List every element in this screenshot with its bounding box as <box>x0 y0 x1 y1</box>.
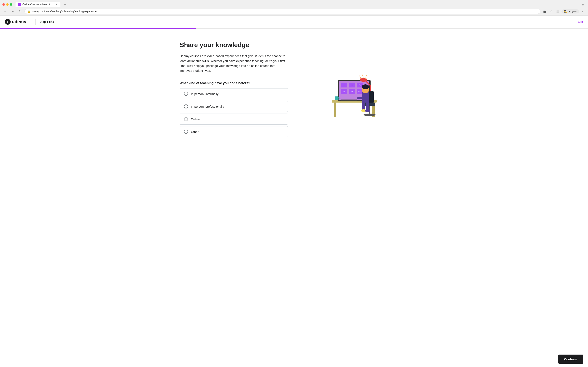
svg-line-25 <box>362 75 363 78</box>
svg-rect-28 <box>364 103 375 106</box>
svg-rect-3 <box>334 103 336 117</box>
svg-line-24 <box>359 76 361 79</box>
browser-chrome: U Online Courses – Learn Anyth… ✕ + ⊟ ← … <box>0 0 588 16</box>
incognito-label: Incognito <box>568 10 577 13</box>
radio-circle-in-person-informally <box>184 92 188 96</box>
header-divider <box>35 19 35 25</box>
content-left: Share your knowledge Udemy courses are v… <box>180 41 288 139</box>
new-tab-btn[interactable]: + <box>62 2 68 7</box>
option-in-person-professionally[interactable]: In person, professionally <box>180 101 288 112</box>
browser-actions: 📷 ☆ ⬜ 🕵 Incognito ⋮ <box>542 8 586 14</box>
svg-line-26 <box>365 75 366 79</box>
restore-btn[interactable]: ⊟ <box>580 2 586 7</box>
option-online[interactable]: Online <box>180 114 288 125</box>
url-text: udemy.com/home/teaching/onboarding/teach… <box>32 10 537 13</box>
forward-btn[interactable]: → <box>10 8 16 14</box>
page-header: u udemy Step 1 of 3 Exit <box>0 16 588 28</box>
extension-icon[interactable]: ⬜ <box>555 8 561 14</box>
reload-btn[interactable]: ↻ <box>17 8 23 14</box>
browser-menu-btn[interactable]: ⋮ <box>580 8 586 14</box>
svg-point-38 <box>365 109 370 112</box>
radio-circle-in-person-professionally <box>184 104 188 108</box>
tab-bar: U Online Courses – Learn Anyth… ✕ + ⊟ <box>0 0 588 7</box>
svg-text:✎: ✎ <box>359 84 361 86</box>
svg-text:C++: C++ <box>358 91 361 92</box>
radio-options: In person, informally In person, profess… <box>180 88 288 137</box>
address-bar[interactable]: 🔒 udemy.com/home/teaching/onboarding/tea… <box>25 9 540 14</box>
tab-title: Online Courses – Learn Anyth… <box>22 3 53 6</box>
close-window-btn[interactable] <box>2 3 5 6</box>
option-other[interactable]: Other <box>180 126 288 137</box>
browser-nav-bar: ← → ↻ 🔒 udemy.com/home/teaching/onboardi… <box>0 7 588 16</box>
progress-bar-fill <box>0 28 196 29</box>
camera-icon[interactable]: 📷 <box>542 8 548 14</box>
exit-button[interactable]: Exit <box>578 20 583 24</box>
svg-rect-39 <box>335 96 338 100</box>
option-in-person-informally[interactable]: In person, informally <box>180 88 288 99</box>
tab-favicon: U <box>18 3 21 6</box>
svg-text:◫: ◫ <box>343 91 345 92</box>
page-description: Udemy courses are video-based experience… <box>180 54 288 73</box>
continue-button[interactable]: Continue <box>558 355 583 364</box>
question-label: What kind of teaching have you done befo… <box>180 81 288 85</box>
content-right: + ☰ ✎ ◫ ⊞ C++ <box>300 41 408 139</box>
svg-rect-35 <box>362 102 365 110</box>
svg-text:u: u <box>7 21 8 23</box>
maximize-window-btn[interactable] <box>10 3 12 6</box>
illustration: + ☰ ✎ ◫ ⊞ C++ <box>326 59 383 120</box>
udemy-logo[interactable]: u udemy <box>5 19 26 25</box>
incognito-avatar: 🕵 <box>563 10 567 13</box>
traffic-lights <box>2 3 12 6</box>
svg-text:+: + <box>343 84 345 86</box>
minimize-window-btn[interactable] <box>6 3 9 6</box>
logo-icon: u <box>5 19 11 25</box>
radio-circle-online <box>184 117 188 121</box>
lock-icon: 🔒 <box>27 10 30 13</box>
option-label-in-person-professionally: In person, professionally <box>191 105 224 108</box>
svg-text:☰: ☰ <box>351 84 353 86</box>
option-label-in-person-informally: In person, informally <box>191 92 218 96</box>
page-title: Share your knowledge <box>180 41 288 49</box>
main-content: Share your knowledge Udemy courses are v… <box>172 29 416 151</box>
back-btn[interactable]: ← <box>2 8 8 14</box>
incognito-badge: 🕵 Incognito <box>562 9 579 13</box>
step-indicator: Step 1 of 3 <box>40 20 54 24</box>
svg-point-33 <box>362 84 369 89</box>
tab-close-btn[interactable]: ✕ <box>55 3 58 6</box>
svg-rect-36 <box>366 102 369 110</box>
option-label-other: Other <box>191 130 199 133</box>
svg-point-23 <box>360 78 367 82</box>
logo-text: udemy <box>12 19 26 25</box>
radio-circle-other <box>184 130 188 134</box>
page-footer: Continue <box>0 351 588 367</box>
svg-point-30 <box>363 114 376 116</box>
svg-text:⊞: ⊞ <box>351 91 353 92</box>
active-tab[interactable]: U Online Courses – Learn Anyth… ✕ <box>16 2 61 7</box>
svg-rect-40 <box>341 99 357 100</box>
option-label-online: Online <box>191 117 200 121</box>
svg-rect-34 <box>357 97 363 99</box>
bookmark-icon[interactable]: ☆ <box>548 8 554 14</box>
